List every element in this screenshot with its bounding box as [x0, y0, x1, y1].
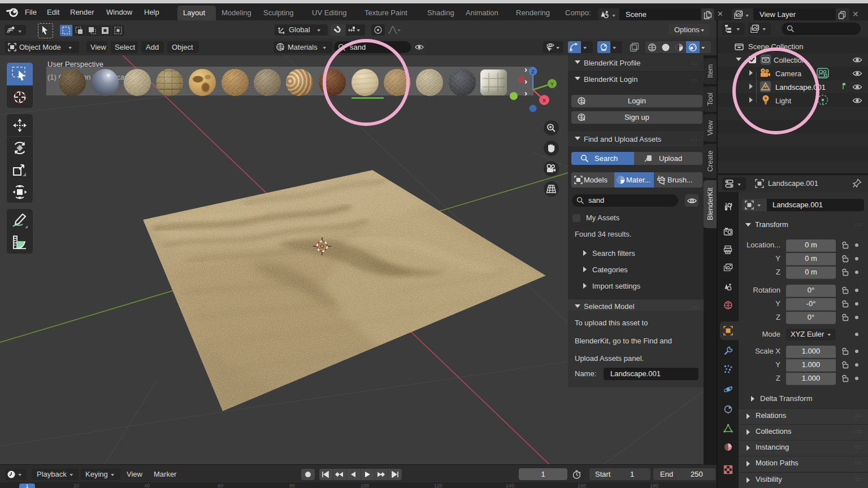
- svg-text:X: X: [542, 97, 546, 103]
- svg-text:Z: Z: [531, 69, 535, 75]
- svg-text:Y: Y: [550, 81, 554, 87]
